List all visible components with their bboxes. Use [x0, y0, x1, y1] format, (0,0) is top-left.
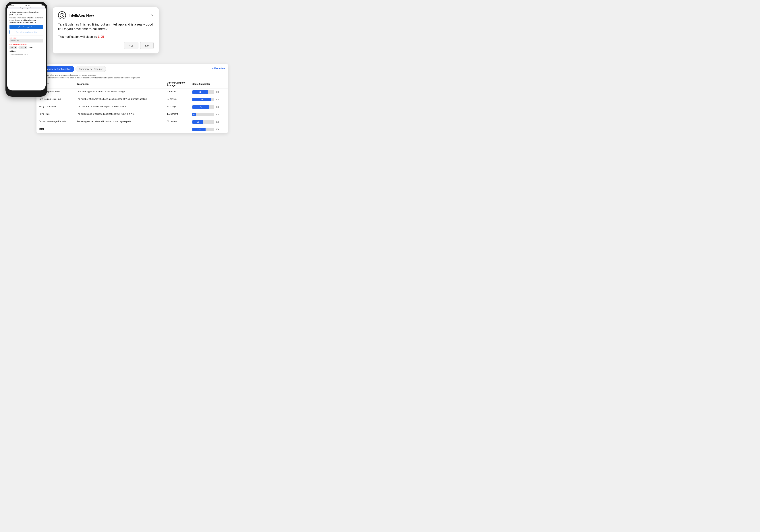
month-arrow: ▾	[18, 47, 19, 49]
score-max: 100	[216, 113, 219, 116]
table-row: Custom Homepage ReportsPercentage of rec…	[36, 118, 228, 126]
tab-summary-recruiter[interactable]: Summary by Recruiter	[75, 66, 106, 72]
cell-score: 75100	[190, 103, 228, 111]
ssn-label: SSN / SIN *	[10, 37, 43, 39]
cell-avg: 50 percent	[165, 118, 190, 126]
summary-panel: Summary by Configuration Summary by Recr…	[36, 64, 228, 133]
col-score-header: Score (in points)	[190, 80, 228, 88]
cell-score: 72100	[190, 88, 228, 96]
notification-countdown: This notification will close in: 1:05	[58, 35, 154, 39]
notification-body: Tara Bush has finished filling out an In…	[58, 22, 154, 31]
cell-description: The time from a lead or IntelliApp to a …	[74, 103, 165, 111]
dob-inputs: 10 ▾ 29 ▾ 1990	[10, 46, 43, 49]
dob-day-select[interactable]: 29	[19, 46, 27, 49]
cell-summary: Total	[36, 126, 74, 133]
cell-avg	[165, 126, 190, 133]
score-max: 100	[216, 98, 219, 101]
saved-data-msg: We found application data that you have …	[10, 11, 43, 16]
table-row: Hiring Cycle TimeThe time from a lead or…	[36, 103, 228, 111]
time-label: 2:34 PM	[24, 5, 30, 6]
cell-summary: Custom Homepage Reports	[36, 118, 74, 126]
cell-summary: Next Contact Date Tag	[36, 96, 74, 103]
divider	[10, 35, 43, 36]
phone-frame: Verizon 2:34 PM 71% intelliapp.driverapp…	[6, 2, 47, 97]
notification-actions: Yes No	[58, 42, 154, 49]
no-button[interactable]: No	[140, 42, 154, 49]
dob-year: 1990	[29, 46, 32, 49]
col-company-avg-header: Current Company Average	[165, 80, 190, 88]
manual-button[interactable]: No, I will manually type my data	[10, 30, 43, 34]
desc-line2: Select "Summary by Recruiter" to show a …	[39, 76, 225, 79]
phone-screen: Verizon 2:34 PM 71% intelliapp.driverapp…	[7, 4, 46, 90]
dob-field-group: Date of Birth (mm/dd/yyyy) * 10 ▾ 29 ▾ 1…	[10, 44, 43, 49]
table-row: Initial Response TimeTime from applicati…	[36, 88, 228, 96]
phone-status-bar: Verizon 2:34 PM 71%	[7, 4, 46, 7]
table-row: Hiring RateThe percentage of assigned ap…	[36, 111, 228, 118]
cell-score: 50100	[190, 118, 228, 126]
carrier-label: Verizon	[9, 5, 14, 6]
cell-description: Time from application arrival to first s…	[74, 88, 165, 96]
table-row: Next Contact Date TagThe number of drive…	[36, 96, 228, 103]
score-max: 100	[216, 91, 219, 93]
summary-description: age metric value and average points scor…	[36, 72, 228, 80]
cell-score: 299500	[190, 126, 228, 133]
tab-bar: Summary by Configuration Summary by Recr…	[36, 64, 228, 72]
close-button[interactable]: ×	[151, 13, 154, 17]
notification-header: IntelliApp Now ×	[58, 11, 154, 19]
cell-avg: 5.8 hours	[165, 88, 190, 96]
cell-score: 15100	[190, 111, 228, 118]
phone-content: We found application data that you have …	[7, 9, 46, 57]
address-sublabel: Current Street Address (line 1)	[10, 53, 43, 55]
cell-avg: 27.5 days	[165, 103, 190, 111]
address-heading: Address	[10, 50, 43, 53]
autofill-button[interactable]: Yes, Auto-fill my application data	[10, 25, 43, 29]
coverage-msg: This data covers about 62% of the sectio…	[10, 17, 43, 24]
cell-avg: 87 drivers	[165, 96, 190, 103]
dob-month-select[interactable]: 10	[10, 46, 17, 49]
countdown-time: 1:05	[98, 35, 104, 38]
cell-summary: Hiring Rate	[36, 111, 74, 118]
score-max: 100	[216, 121, 219, 123]
col-description-header: Description	[74, 80, 165, 88]
score-max: 100	[216, 106, 219, 108]
phone-url-bar: intelliapp.driverapponline.com	[7, 7, 46, 9]
cell-summary: Hiring Cycle Time	[36, 103, 74, 111]
notification-title: IntelliApp Now	[69, 13, 151, 18]
table-row: Total299500	[36, 126, 228, 133]
notification-modal: IntelliApp Now × Tara Bush has finished …	[53, 7, 159, 53]
clock-icon	[58, 11, 66, 19]
summary-table: Summary Description Current Company Aver…	[36, 80, 228, 133]
cell-description: The percentage of assigned applications …	[74, 111, 165, 118]
cell-description: The number of drivers who have a common …	[74, 96, 165, 103]
phone-mockup: Verizon 2:34 PM 71% intelliapp.driverapp…	[6, 2, 47, 97]
svg-line-2	[62, 15, 63, 16]
cell-avg: 1.5 percent	[165, 111, 190, 118]
score-max: 500	[216, 128, 219, 131]
recruiters-link[interactable]: 4 Recruiters	[212, 67, 225, 71]
desc-line1: age metric value and average points scor…	[39, 74, 225, 76]
battery-label: 71%	[41, 5, 44, 6]
url-text: intelliapp.driverapponline.com	[18, 7, 35, 9]
dob-label: Date of Birth (mm/dd/yyyy) *	[10, 44, 43, 46]
cell-description: Percentage of recruiters with custom hom…	[74, 118, 165, 126]
ssn-field-group: SSN / SIN *	[10, 37, 43, 43]
day-arrow: ▾	[28, 47, 28, 49]
cell-score: 87100	[190, 96, 228, 103]
ssn-input[interactable]	[10, 39, 43, 42]
cell-description	[74, 126, 165, 133]
yes-button[interactable]: Yes	[124, 42, 138, 49]
